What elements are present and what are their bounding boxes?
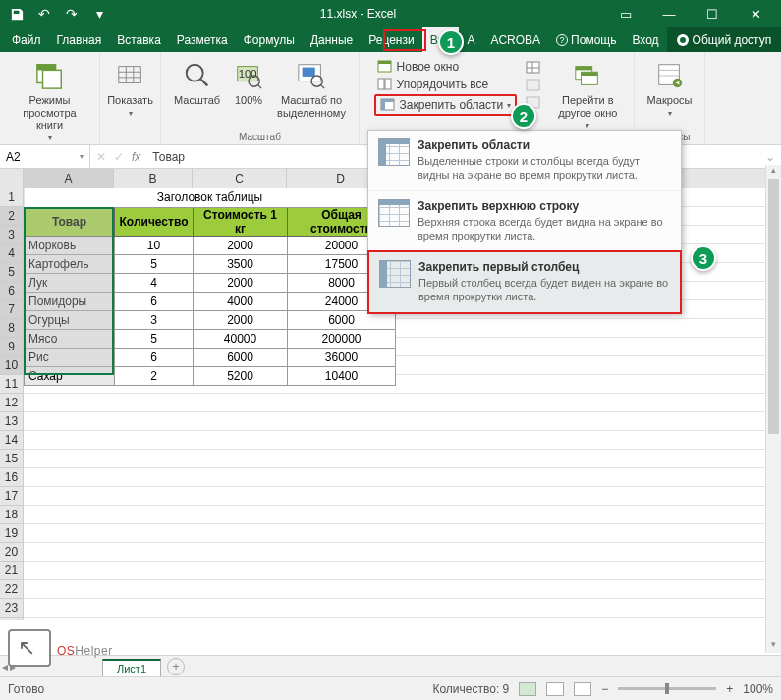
zoom-slider[interactable] — [618, 687, 716, 690]
tab-insert[interactable]: Вставка — [109, 27, 169, 52]
col-header-A[interactable]: A — [24, 169, 114, 188]
freeze-panes-dropdown: Закрепить областиВыделенные строки и сто… — [367, 130, 682, 314]
tab-review[interactable]: Рецензи — [361, 27, 421, 52]
freeze-panes-button[interactable]: Закрепить области▾ — [374, 94, 518, 116]
fx-cancel[interactable]: ✕ — [96, 150, 106, 164]
new-window-button[interactable]: Новое окно — [374, 59, 518, 75]
hide-button[interactable] — [523, 78, 544, 93]
close-button[interactable]: ✕ — [734, 0, 777, 27]
zoom-out-button[interactable]: − — [601, 682, 608, 696]
tab-signin[interactable]: Вход — [624, 27, 666, 52]
quick-access-toolbar: ↶ ↷ ▾ — [4, 2, 112, 26]
macros-button[interactable]: Макросы▾ — [645, 55, 695, 122]
arrange-all-button[interactable]: Упорядочить все — [374, 77, 518, 92]
zoom-selection-button[interactable]: Масштаб по выделенному — [275, 55, 348, 123]
freeze-first-column-option[interactable]: Закрепить первый столбецПервый столбец в… — [367, 250, 682, 314]
save-button[interactable] — [4, 2, 29, 26]
row-header-19[interactable]: 19 — [0, 524, 23, 543]
table-row[interactable]: Мясо540000200000 — [25, 329, 396, 348]
tab-formulas[interactable]: Формулы — [236, 27, 303, 52]
row-header-5[interactable]: 5 — [0, 263, 23, 282]
svg-rect-9 — [303, 68, 315, 77]
svg-rect-14 — [385, 79, 391, 89]
zoom-100-button[interactable]: 100 100% — [224, 55, 273, 123]
tab-pagelayout[interactable]: Разметка — [169, 27, 236, 52]
cursor-icon — [8, 629, 51, 667]
table-row[interactable]: Рис6600036000 — [25, 348, 396, 366]
share-button[interactable]: Общий доступ — [667, 27, 781, 52]
row-header-3[interactable]: 3 — [0, 226, 23, 244]
zoom-level[interactable]: 100% — [743, 682, 773, 696]
fx-enter[interactable]: ✓ — [114, 150, 124, 164]
tab-acrobat[interactable]: ACROBA — [482, 27, 548, 52]
col-header-B[interactable]: B — [114, 169, 193, 188]
switch-windows-button[interactable]: Перейти в другое окно▾ — [556, 55, 619, 134]
undo-button[interactable]: ↶ — [31, 2, 57, 26]
row-header-22[interactable]: 22 — [0, 580, 23, 599]
watermark: OSHelper — [8, 629, 113, 667]
svg-rect-1 — [42, 70, 61, 88]
fx-icon[interactable]: fx — [132, 150, 140, 164]
row-header-2[interactable]: 2 — [0, 207, 23, 226]
row-header-14[interactable]: 14 — [0, 431, 23, 450]
row-header-7[interactable]: 7 — [0, 300, 23, 319]
row-header-21[interactable]: 21 — [0, 562, 23, 580]
row-header-18[interactable]: 18 — [0, 506, 23, 524]
row-header-16[interactable]: 16 — [0, 468, 23, 487]
tab-home[interactable]: Главная — [49, 27, 110, 52]
status-bar: Готово Количество: 9 − + 100% — [0, 676, 781, 700]
row-header-13[interactable]: 13 — [0, 412, 23, 431]
tab-file[interactable]: Файл — [4, 27, 49, 52]
table-row[interactable]: Картофель5350017500 — [25, 254, 396, 273]
maximize-button[interactable]: ☐ — [691, 0, 734, 27]
svg-rect-13 — [378, 79, 384, 89]
ribbon-options-icon[interactable]: ▭ — [604, 0, 647, 27]
minimize-button[interactable]: — — [647, 0, 691, 27]
tab-help[interactable]: ?Помощь — [548, 27, 624, 52]
freeze-panes-option[interactable]: Закрепить областиВыделенные строки и сто… — [368, 131, 681, 191]
row-header-12[interactable]: 12 — [0, 394, 23, 412]
callout-1: 1 — [438, 29, 464, 55]
row-header-9[interactable]: 9 — [0, 338, 23, 356]
table-row[interactable]: Огурцы320006000 — [25, 310, 396, 329]
col-header-C[interactable]: C — [193, 169, 287, 188]
show-button[interactable]: Показать▾ — [105, 55, 155, 122]
zoom-in-button[interactable]: + — [726, 682, 733, 696]
view-layout-icon[interactable] — [546, 682, 564, 696]
split-button[interactable] — [523, 60, 544, 76]
row-header-6[interactable]: 6 — [0, 282, 23, 300]
zoom-button[interactable]: Масштаб — [172, 55, 222, 123]
svg-rect-24 — [582, 72, 598, 76]
view-pagebreak-icon[interactable] — [574, 682, 591, 696]
row-header-8[interactable]: 8 — [0, 319, 23, 338]
table-row[interactable]: Помидоры6400024000 — [25, 292, 396, 310]
svg-rect-3 — [118, 67, 140, 83]
qat-more[interactable]: ▾ — [86, 2, 112, 26]
workbook-views-button[interactable]: Режимы просмотра книги▾ — [6, 55, 93, 146]
row-header-1[interactable]: 1 — [0, 188, 23, 207]
redo-button[interactable]: ↷ — [59, 2, 84, 26]
table-row[interactable]: Морковь10200020000 — [25, 236, 396, 254]
ribbon-tabs: Файл Главная Вставка Разметка Формулы Да… — [0, 27, 781, 52]
row-header-23[interactable]: 23 — [0, 599, 23, 618]
add-sheet-button[interactable]: + — [167, 658, 185, 675]
row-header-17[interactable]: 17 — [0, 487, 23, 506]
table-row[interactable]: Лук420008000 — [25, 273, 396, 292]
name-box[interactable]: ▾ — [0, 145, 90, 168]
row-header-10[interactable]: 10 — [0, 356, 23, 375]
row-header-20[interactable]: 20 — [0, 543, 23, 562]
row-header-15[interactable]: 15 — [0, 450, 23, 468]
vertical-scrollbar[interactable]: ▴▾ — [765, 165, 781, 653]
view-normal-icon[interactable] — [519, 682, 536, 696]
select-all-corner[interactable] — [0, 169, 24, 188]
formula-expand[interactable]: ⌄ — [759, 150, 781, 164]
group-zoom: Масштаб 100 100% Масштаб по выделенному … — [161, 52, 360, 145]
row-header-11[interactable]: 11 — [0, 375, 23, 394]
row-header-4[interactable]: 4 — [0, 244, 23, 263]
name-box-input[interactable] — [6, 150, 65, 164]
freeze-top-row-option[interactable]: Закрепить верхнюю строкуВерхняя строка в… — [368, 191, 681, 252]
share-icon — [677, 34, 689, 46]
tab-data[interactable]: Данные — [303, 27, 361, 52]
freeze-top-icon — [378, 199, 410, 227]
table-row[interactable]: Сахар2520010400 — [25, 366, 396, 385]
